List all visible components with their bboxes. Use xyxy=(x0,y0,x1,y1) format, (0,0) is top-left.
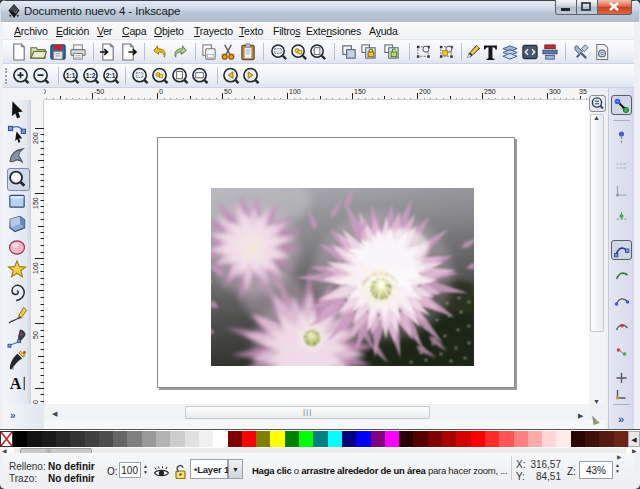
svg-text:1:1: 1:1 xyxy=(66,72,76,79)
svg-text:2:1: 2:1 xyxy=(106,72,116,79)
svg-text:A: A xyxy=(10,375,22,393)
svg-text:1:2: 1:2 xyxy=(86,72,96,79)
